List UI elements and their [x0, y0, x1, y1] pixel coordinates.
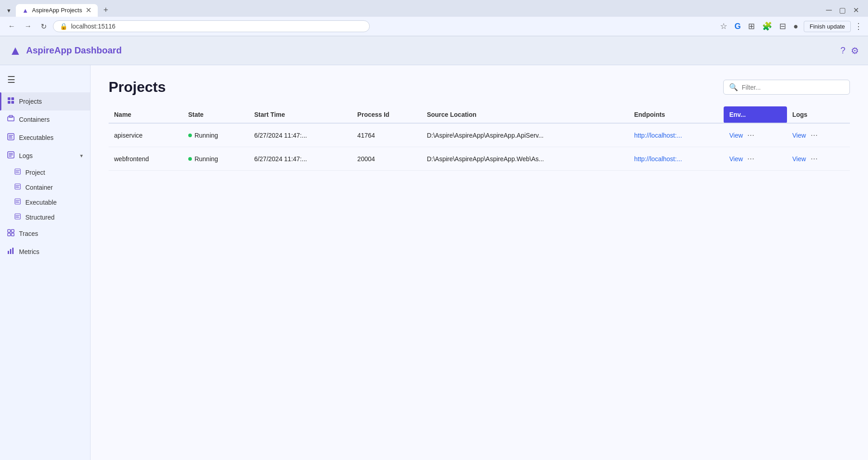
svg-rect-0: [8, 97, 10, 100]
row2-view-logs[interactable]: View: [792, 155, 806, 163]
svg-rect-15: [11, 233, 14, 236]
sidebar-item-traces[interactable]: Traces: [0, 225, 90, 243]
sidebar: ☰ Projects Containers Executables Logs: [0, 65, 91, 460]
sub-container-label: Container: [25, 184, 53, 191]
col-source-location: Source Location: [421, 106, 629, 123]
row2-logs-more-button[interactable]: ⋯: [808, 153, 820, 164]
sidebar-sub-item-structured[interactable]: Structured: [7, 210, 90, 225]
app-header: ▲ AspireApp Dashboard ? ⚙: [0, 36, 868, 65]
sidebar-item-containers-label: Containers: [19, 116, 50, 123]
settings-button[interactable]: ⚙: [851, 45, 859, 56]
refresh-button[interactable]: ↻: [38, 20, 49, 33]
sub-executable-label: Executable: [25, 199, 57, 206]
projects-icon: [7, 97, 14, 106]
svg-rect-18: [12, 248, 14, 254]
browser-chrome: ▾ ▲ AspireApp Projects ✕ + ─ ▢ ✕ ← → ↻ 🔒…: [0, 0, 868, 36]
row1-logs-more-button[interactable]: ⋯: [808, 130, 820, 140]
app-logo: ▲ AspireApp Dashboard: [9, 43, 122, 58]
row1-env: View ⋯: [724, 123, 787, 147]
svg-rect-13: [11, 230, 14, 232]
row2-view-env[interactable]: View: [729, 155, 743, 163]
row1-more-button[interactable]: ⋯: [744, 130, 757, 140]
row2-more-button[interactable]: ⋯: [744, 153, 757, 164]
sidebar-sub-item-executable[interactable]: Executable: [7, 195, 90, 210]
extension-g-icon[interactable]: G: [733, 20, 743, 33]
row2-endpoint[interactable]: http://localhost:...: [629, 147, 724, 171]
row1-view-env[interactable]: View: [729, 132, 743, 139]
tab-close-button[interactable]: ✕: [86, 7, 91, 14]
address-input-wrapper[interactable]: 🔒 localhost:15116: [53, 20, 370, 32]
table-row: webfrontend Running 6/27/2024 11:47:... …: [109, 147, 850, 171]
sidebar-item-projects[interactable]: Projects: [0, 92, 90, 110]
address-text[interactable]: localhost:15116: [71, 23, 115, 30]
filter-input[interactable]: [742, 84, 841, 91]
col-endpoints: Endpoints: [629, 106, 724, 123]
back-button[interactable]: ←: [5, 20, 18, 32]
forward-button[interactable]: →: [22, 20, 34, 32]
sidebar-sub-item-project[interactable]: Project: [7, 165, 90, 180]
row2-source-location: D:\Aspire\AspireApp\AspireApp.Web\As...: [421, 147, 629, 171]
profile-icon[interactable]: ●: [792, 20, 800, 33]
tab-bar: ▾ ▲ AspireApp Projects ✕ + ─ ▢ ✕: [0, 0, 868, 17]
svg-rect-1: [11, 97, 14, 100]
sidebar-item-metrics[interactable]: Metrics: [0, 243, 90, 261]
svg-rect-5: [9, 115, 13, 117]
sub-structured-label: Structured: [25, 214, 55, 221]
page-header: Projects 🔍: [109, 79, 850, 96]
close-window-button[interactable]: ✕: [851, 4, 861, 16]
filter-wrapper[interactable]: 🔍: [723, 80, 850, 95]
table-header: Name State Start Time Process Id Source …: [109, 106, 850, 123]
ms-icon[interactable]: ⊞: [746, 19, 757, 33]
row2-endpoint-link[interactable]: http://localhost:...: [634, 155, 682, 163]
finish-update-button[interactable]: Finish update: [804, 21, 851, 32]
page-title: Projects: [109, 79, 166, 96]
state-badge: Running: [188, 132, 218, 139]
maximize-button[interactable]: ▢: [837, 4, 848, 16]
sidebar-sub-item-container[interactable]: Container: [7, 180, 90, 195]
tab-group-button[interactable]: ▾: [4, 5, 14, 16]
row1-process-id: 41764: [352, 123, 422, 147]
extensions-icon[interactable]: 🧩: [760, 19, 774, 33]
svg-rect-16: [8, 251, 9, 254]
row1-endpoint[interactable]: http://localhost:...: [629, 123, 724, 147]
media-icon[interactable]: ⊟: [777, 19, 788, 33]
bookmark-icon[interactable]: ☆: [718, 19, 729, 33]
sidebar-item-containers[interactable]: Containers: [0, 110, 90, 129]
sidebar-item-logs-label: Logs: [19, 152, 33, 159]
col-env: Env...: [724, 106, 787, 123]
row1-view-logs[interactable]: View: [792, 132, 806, 139]
sidebar-item-projects-label: Projects: [19, 98, 42, 105]
sidebar-item-metrics-label: Metrics: [19, 248, 39, 255]
minimize-button[interactable]: ─: [824, 4, 834, 17]
state-dot: [188, 157, 192, 161]
sidebar-item-executables[interactable]: Executables: [0, 129, 90, 147]
col-logs: Logs: [787, 106, 850, 123]
logs-icon: [7, 151, 14, 160]
address-bar: ← → ↻ 🔒 localhost:15116 ☆ G ⊞ 🧩 ⊟ ● Fini…: [0, 17, 868, 36]
sidebar-logs-submenu: Project Container Executable Structured: [0, 165, 90, 225]
row1-logs: View ⋯: [787, 123, 850, 147]
containers-icon: [7, 115, 14, 124]
col-name: Name: [109, 106, 183, 123]
new-tab-button[interactable]: +: [100, 4, 112, 17]
table-row: apiservice Running 6/27/2024 11:47:... 4…: [109, 123, 850, 147]
browser-menu-button[interactable]: ⋮: [854, 21, 863, 31]
sub-container-icon: [14, 183, 21, 191]
row2-env: View ⋯: [724, 147, 787, 171]
row1-state: Running: [183, 123, 249, 147]
row1-endpoint-link[interactable]: http://localhost:...: [634, 132, 682, 139]
sidebar-item-logs[interactable]: Logs ▾: [0, 147, 90, 165]
main-layout: ☰ Projects Containers Executables Logs: [0, 65, 868, 460]
sub-structured-icon: [14, 213, 21, 221]
svg-rect-14: [8, 233, 10, 236]
active-tab[interactable]: ▲ AspireApp Projects ✕: [16, 4, 98, 17]
row2-logs: View ⋯: [787, 147, 850, 171]
help-button[interactable]: ?: [840, 45, 845, 56]
sub-project-icon: [14, 168, 21, 176]
row1-name: apiservice: [109, 123, 183, 147]
sidebar-item-traces-label: Traces: [19, 230, 38, 237]
filter-search-icon: 🔍: [729, 83, 738, 91]
state-dot: [188, 134, 192, 137]
app-title: AspireApp Dashboard: [26, 45, 122, 56]
sidebar-toggle-button[interactable]: ☰: [0, 71, 23, 89]
